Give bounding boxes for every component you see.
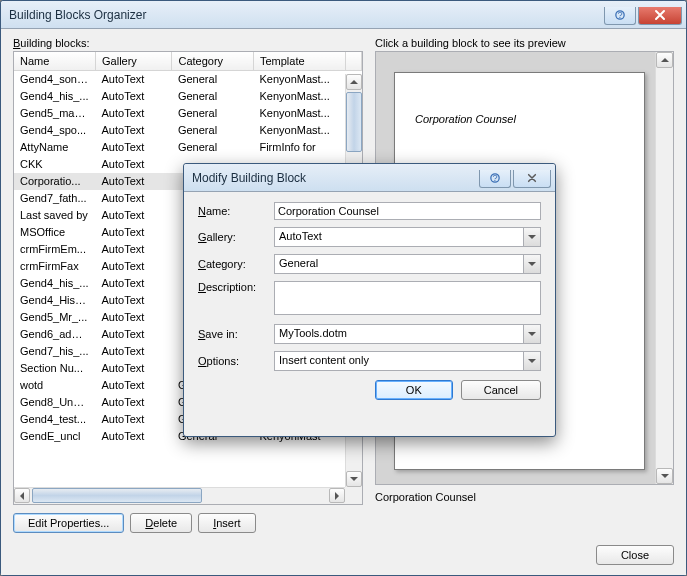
insert-button[interactable]: Insert [198,513,256,533]
cell-name: Gend4_His_... [14,292,96,309]
chevron-down-icon [523,325,540,343]
modify-titlebar-buttons: ? [479,168,555,188]
close-button[interactable] [638,7,682,25]
preview-scrollbar[interactable] [655,52,673,484]
modify-titlebar: Modify Building Block ? [184,164,555,192]
cell-gallery: AutoText [96,343,172,360]
scroll-up-icon[interactable] [656,52,673,68]
scroll-right-icon[interactable] [329,488,345,503]
modify-window-title: Modify Building Block [192,171,479,185]
close-icon [654,9,666,21]
titlebar-buttons: ? [604,5,686,25]
cell-category: General [172,88,254,105]
cell-name: Last saved by [14,207,96,224]
cell-gallery: AutoText [96,190,172,207]
cell-category: General [172,71,254,88]
table-row[interactable]: Gend4_son_...AutoTextGeneralKenyonMast..… [14,71,362,88]
main-action-row: Edit Properties... Delete Insert [13,513,674,533]
cell-name: Gend5_Mr_... [14,309,96,326]
options-value: Insert content only [279,354,369,366]
label-gallery: Gallery: [198,231,268,243]
cell-template: KenyonMast... [253,105,345,122]
cell-name: wotd [14,377,96,394]
help-button[interactable]: ? [604,7,636,25]
edit-properties-button[interactable]: Edit Properties... [13,513,124,533]
chevron-down-icon [523,228,540,246]
cell-gallery: AutoText [96,428,172,445]
row-description: Description: [198,281,541,317]
cell-name: crmFirmFax [14,258,96,275]
label-category: Category: [198,258,268,270]
scroll-up-icon[interactable] [346,74,362,90]
cell-gallery: AutoText [96,122,172,139]
row-category: Category: General [198,254,541,274]
cell-gallery: AutoText [96,88,172,105]
row-gallery: Gallery: AutoText [198,227,541,247]
cell-name: Gend5_man... [14,105,96,122]
scroll-down-icon[interactable] [656,468,673,484]
row-savein: Save in: MyTools.dotm [198,324,541,344]
column-header-scroll [345,52,361,71]
cell-name: AttyName [14,139,96,156]
description-input[interactable] [274,281,541,315]
cancel-button[interactable]: Cancel [461,380,541,400]
chevron-down-icon [523,352,540,370]
horizontal-scrollbar[interactable] [14,487,345,504]
window-title: Building Blocks Organizer [9,8,604,22]
cell-gallery: AutoText [96,156,172,173]
scroll-thumb-h[interactable] [32,488,202,503]
cell-name: Gend6_adm... [14,326,96,343]
modify-action-row: OK Cancel [198,380,541,400]
cell-name: Corporatio... [14,173,96,190]
column-header-template[interactable]: Template [253,52,345,71]
cell-template: FirmInfo for [253,139,345,156]
cell-gallery: AutoText [96,224,172,241]
gallery-value: AutoText [279,230,322,242]
svg-text:?: ? [617,10,622,20]
column-header-gallery[interactable]: Gallery [96,52,172,71]
preview-label: Click a building block to see its previe… [375,37,674,49]
cell-gallery: AutoText [96,360,172,377]
scroll-left-icon[interactable] [14,488,30,503]
cell-name: Gend4_spo... [14,122,96,139]
modify-building-block-dialog: Modify Building Block ? Name: Gallery: A… [183,163,556,437]
savein-combo[interactable]: MyTools.dotm [274,324,541,344]
label-name: Name: [198,205,268,217]
delete-button[interactable]: Delete [130,513,192,533]
label-description: Description: [198,281,268,293]
column-header-name[interactable]: Name [14,52,96,71]
cell-name: Section Nu... [14,360,96,377]
name-input[interactable] [274,202,541,220]
column-header-category[interactable]: Category [172,52,254,71]
close-dialog-button[interactable]: Close [596,545,674,565]
ok-button[interactable]: OK [375,380,453,400]
cell-gallery: AutoText [96,275,172,292]
cell-template: KenyonMast... [253,88,345,105]
row-name: Name: [198,202,541,220]
table-row[interactable]: AttyNameAutoTextGeneralFirmInfo for [14,139,362,156]
scroll-thumb[interactable] [346,92,362,152]
category-value: General [279,257,318,269]
chevron-down-icon [523,255,540,273]
cell-name: Gend4_son_... [14,71,96,88]
cell-name: Gend4_his_... [14,88,96,105]
svg-text:?: ? [492,173,497,183]
cell-gallery: AutoText [96,394,172,411]
table-row[interactable]: Gend4_spo...AutoTextGeneralKenyonMast... [14,122,362,139]
cell-template: KenyonMast... [253,122,345,139]
cell-name: crmFirmEm... [14,241,96,258]
scroll-down-icon[interactable] [346,471,362,487]
category-combo[interactable]: General [274,254,541,274]
preview-content: Corporation Counsel [415,113,516,125]
modify-close-button[interactable] [513,170,551,188]
cell-gallery: AutoText [96,411,172,428]
cell-name: MSOffice [14,224,96,241]
table-row[interactable]: Gend5_man...AutoTextGeneralKenyonMast... [14,105,362,122]
cell-name: Gend7_fath... [14,190,96,207]
gallery-combo[interactable]: AutoText [274,227,541,247]
modify-help-button[interactable]: ? [479,170,511,188]
options-combo[interactable]: Insert content only [274,351,541,371]
scroll-corner [345,487,362,504]
table-row[interactable]: Gend4_his_...AutoTextGeneralKenyonMast..… [14,88,362,105]
cell-name: Gend7_his_... [14,343,96,360]
